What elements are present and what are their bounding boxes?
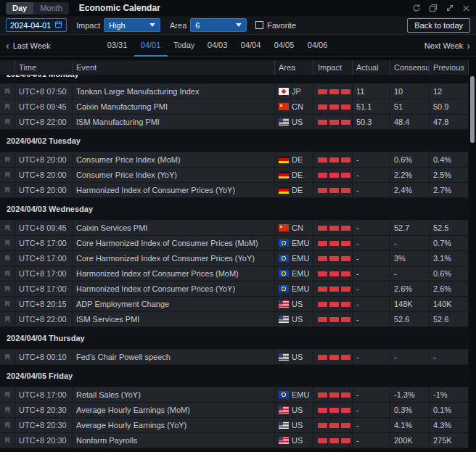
tab-month[interactable]: Month	[33, 2, 69, 15]
consensus-value: -	[390, 236, 430, 250]
event-row[interactable]: UTC+8 09:45Caixin Manufacturing PMICN51.…	[0, 99, 469, 115]
vertical-scrollbar[interactable]	[469, 75, 476, 448]
previous-value: 50.9	[430, 99, 469, 114]
event-row[interactable]: UTC+8 20:30Average Hourly Earnings (YoY)…	[0, 418, 469, 433]
event-row[interactable]: UTC+8 17:00Harmonized Index of Consumer …	[0, 266, 469, 282]
bookmark-cell	[0, 168, 15, 182]
bookmark-cell	[0, 99, 15, 114]
event-time: UTC+8 00:10	[15, 350, 73, 364]
bookmark-icon[interactable]	[5, 89, 10, 95]
consensus-value: 2.2%	[390, 168, 430, 182]
event-row[interactable]: UTC+8 20:30Average Hourly Earnings (MoM)…	[0, 403, 469, 418]
event-row[interactable]: UTC+8 17:00Core Harmonized Index of Cons…	[0, 236, 469, 251]
impact-bar-icon	[329, 173, 339, 178]
refresh-icon[interactable]	[412, 4, 421, 12]
day-tab-today[interactable]: Today	[168, 35, 201, 57]
next-week-button[interactable]: Next Week ›	[424, 41, 470, 51]
event-row[interactable]: UTC+8 20:15ADP Employment ChangeUS-148K1…	[0, 297, 469, 312]
favorite-label: Favorite	[267, 21, 296, 30]
date-picker-input[interactable]: 2024-04-01	[6, 18, 67, 32]
event-area: US	[275, 312, 313, 326]
back-to-today-button[interactable]: Back to today	[407, 18, 470, 33]
impact-bar-icon	[329, 438, 339, 443]
day-tab-04-05[interactable]: 04/05	[268, 35, 301, 57]
bookmark-cell	[0, 350, 15, 364]
impact-bar-icon	[329, 393, 339, 398]
day-tab-04-04[interactable]: 04/04	[234, 35, 268, 57]
area-code: JP	[292, 84, 301, 99]
impact-bar-icon	[329, 423, 339, 428]
previous-value: -1%	[430, 387, 469, 402]
impact-bar-icon	[318, 120, 327, 125]
favorite-checkbox[interactable]	[255, 21, 263, 29]
bookmark-cell	[0, 266, 15, 281]
event-row[interactable]: UTC+8 22:00ISM Services PMIUS-52.652.6	[0, 312, 469, 327]
consensus-value: -1.3%	[390, 387, 430, 402]
impact-bar-icon	[318, 89, 327, 94]
event-time: UTC+8 20:00	[15, 183, 73, 197]
event-row[interactable]: UTC+8 20:00Consumer Price Index (YoY)DE-…	[0, 168, 469, 183]
event-row[interactable]: UTC+8 20:30Nonfarm PayrollsUS-200K275K	[0, 433, 469, 448]
impact-bar-icon	[341, 287, 350, 292]
impact-bar-icon	[329, 287, 339, 292]
bookmark-icon[interactable]	[5, 172, 10, 178]
bookmark-icon[interactable]	[5, 240, 10, 247]
bookmark-icon[interactable]	[5, 286, 10, 292]
last-week-label: Last Week	[13, 41, 51, 50]
area-filter-label: Area	[170, 21, 186, 30]
day-tab-03-31[interactable]: 03/31	[101, 35, 134, 57]
impact-bar-icon	[329, 120, 339, 125]
consensus-value: 2.4%	[390, 183, 430, 197]
bookmark-icon[interactable]	[5, 407, 10, 414]
bookmark-icon[interactable]	[5, 316, 10, 323]
event-area: US	[275, 350, 313, 364]
bookmark-icon[interactable]	[5, 104, 10, 110]
expand-icon[interactable]	[446, 4, 454, 12]
restore-window-icon[interactable]	[429, 4, 438, 12]
day-tab-04-06[interactable]: 04/06	[301, 35, 335, 57]
event-row[interactable]: UTC+8 00:10Fed's Chair Powell speechUS--…	[0, 350, 469, 365]
event-row[interactable]: UTC+8 07:50Tankan Large Manufacturing In…	[0, 84, 469, 99]
bookmark-icon[interactable]	[5, 392, 10, 398]
event-row[interactable]: UTC+8 17:00Core Harmonized Index of Cons…	[0, 251, 469, 266]
last-week-button[interactable]: ‹ Last Week	[6, 41, 50, 51]
event-row[interactable]: UTC+8 20:00Harmonized Index of Consumer …	[0, 183, 469, 198]
impact-select[interactable]: High	[104, 18, 160, 32]
event-row[interactable]: UTC+8 17:00Harmonized Index of Consumer …	[0, 282, 469, 297]
impact-indicator	[313, 297, 353, 311]
event-row[interactable]: UTC+8 17:00Retail Sales (YoY)EMU--1.3%-1…	[0, 387, 469, 403]
bookmark-icon[interactable]	[5, 437, 10, 444]
event-area: US	[275, 418, 313, 432]
previous-value: 2.6%	[430, 282, 469, 296]
previous-value: 0.6%	[430, 266, 469, 281]
impact-indicator	[313, 99, 353, 114]
event-area: EMU	[275, 236, 313, 250]
bookmark-icon[interactable]	[5, 354, 10, 361]
bookmark-icon[interactable]	[5, 157, 10, 163]
bookmark-icon[interactable]	[5, 119, 10, 126]
event-name: Fed's Chair Powell speech	[73, 350, 275, 364]
area-select[interactable]: 6	[190, 18, 247, 32]
favorite-filter[interactable]: Favorite	[255, 21, 296, 30]
day-tab-04-01[interactable]: 04/01	[134, 35, 168, 57]
bookmark-icon[interactable]	[5, 225, 10, 231]
bookmark-icon[interactable]	[5, 271, 10, 277]
actual-value: -	[353, 312, 390, 326]
bookmark-icon[interactable]	[5, 255, 10, 262]
previous-value: 52.6	[430, 312, 469, 326]
scrollbar-thumb[interactable]	[470, 76, 475, 143]
bookmark-cell	[0, 251, 15, 266]
date-group-label: 2024/04/04 Thursday	[7, 334, 85, 342]
bookmark-icon[interactable]	[5, 301, 10, 308]
event-row[interactable]: UTC+8 09:45Caixin Services PMICN-52.752.…	[0, 221, 469, 236]
event-time: UTC+8 17:00	[15, 236, 73, 250]
date-group-label: 2024/04/01 Monday	[7, 75, 79, 78]
event-row[interactable]: UTC+8 22:00ISM Manufacturing PMIUS50.348…	[0, 115, 469, 130]
event-row[interactable]: UTC+8 20:00Consumer Price Index (MoM)DE-…	[0, 152, 469, 168]
impact-indicator	[313, 115, 353, 129]
close-icon[interactable]	[462, 4, 470, 12]
tab-day[interactable]: Day	[6, 2, 33, 15]
bookmark-icon[interactable]	[5, 187, 10, 194]
bookmark-icon[interactable]	[5, 422, 10, 429]
day-tab-04-03[interactable]: 04/03	[201, 35, 234, 57]
